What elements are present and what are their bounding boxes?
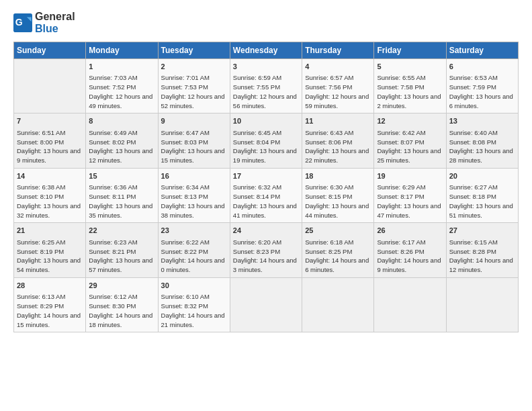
day-number: 19 xyxy=(377,171,443,181)
sunrise-text: Sunrise: 6:40 AM xyxy=(449,128,515,138)
calendar-cell: 18 Sunrise: 6:30 AM Sunset: 8:15 PM Dayl… xyxy=(302,168,374,222)
day-number: 1 xyxy=(89,62,154,72)
sunset-text: Sunset: 8:32 PM xyxy=(161,302,227,311)
sunrise-text: Sunrise: 6:20 AM xyxy=(233,238,299,247)
sunset-text: Sunset: 8:19 PM xyxy=(17,247,83,257)
calendar-cell: 1 Sunrise: 7:03 AM Sunset: 7:52 PM Dayli… xyxy=(86,59,158,113)
day-number: 8 xyxy=(89,116,154,126)
calendar-cell: 5 Sunrise: 6:55 AM Sunset: 7:58 PM Dayli… xyxy=(374,59,446,113)
sunset-text: Sunset: 8:25 PM xyxy=(305,247,371,257)
calendar-cell: 20 Sunrise: 6:27 AM Sunset: 8:18 PM Dayl… xyxy=(446,168,518,222)
calendar-cell: 30 Sunrise: 6:10 AM Sunset: 8:32 PM Dayl… xyxy=(158,277,230,332)
sunset-text: Sunset: 8:07 PM xyxy=(377,138,443,147)
calendar-cell: 21 Sunrise: 6:25 AM Sunset: 8:19 PM Dayl… xyxy=(14,223,86,277)
cell-info: Sunrise: 6:53 AM Sunset: 7:59 PM Dayligh… xyxy=(449,73,515,110)
cell-info: Sunrise: 6:12 AM Sunset: 8:30 PM Dayligh… xyxy=(89,292,154,329)
day-number: 23 xyxy=(161,226,227,236)
day-number: 24 xyxy=(233,226,299,236)
calendar-table: SundayMondayTuesdayWednesdayThursdayFrid… xyxy=(13,42,519,332)
logo: G General Blue xyxy=(13,11,75,35)
sunrise-text: Sunrise: 6:59 AM xyxy=(233,73,299,83)
sunrise-text: Sunrise: 6:29 AM xyxy=(377,183,443,192)
sunset-text: Sunset: 8:30 PM xyxy=(89,302,154,311)
calendar-cell: 17 Sunrise: 6:32 AM Sunset: 8:14 PM Dayl… xyxy=(230,168,302,222)
sunset-text: Sunset: 8:14 PM xyxy=(233,192,299,201)
sunrise-text: Sunrise: 6:45 AM xyxy=(233,128,299,138)
daylight-text: Daylight: 13 hours and 19 minutes. xyxy=(233,146,299,165)
sunrise-text: Sunrise: 6:53 AM xyxy=(449,73,515,83)
weekday-header: Tuesday xyxy=(158,42,230,59)
calendar-cell xyxy=(374,277,446,332)
daylight-text: Daylight: 12 hours and 49 minutes. xyxy=(89,92,154,111)
daylight-text: Daylight: 13 hours and 54 minutes. xyxy=(17,256,83,275)
daylight-text: Daylight: 14 hours and 0 minutes. xyxy=(161,256,227,275)
daylight-text: Daylight: 13 hours and 44 minutes. xyxy=(305,201,371,220)
weekday-header: Wednesday xyxy=(230,42,302,59)
sunset-text: Sunset: 8:28 PM xyxy=(449,247,515,257)
sunset-text: Sunset: 7:56 PM xyxy=(305,83,371,92)
calendar-cell: 4 Sunrise: 6:57 AM Sunset: 7:56 PM Dayli… xyxy=(302,59,374,113)
sunrise-text: Sunrise: 6:10 AM xyxy=(161,292,227,302)
calendar-page: G General Blue SundayMondayTuesdayWednes… xyxy=(0,0,532,411)
day-number: 2 xyxy=(161,62,227,72)
sunset-text: Sunset: 8:11 PM xyxy=(89,192,154,201)
calendar-cell: 24 Sunrise: 6:20 AM Sunset: 8:23 PM Dayl… xyxy=(230,223,302,277)
calendar-cell: 7 Sunrise: 6:51 AM Sunset: 8:00 PM Dayli… xyxy=(14,113,86,168)
day-number: 6 xyxy=(449,62,515,72)
daylight-text: Daylight: 13 hours and 47 minutes. xyxy=(377,201,443,220)
calendar-cell: 9 Sunrise: 6:47 AM Sunset: 8:03 PM Dayli… xyxy=(158,113,230,168)
day-number: 15 xyxy=(89,171,154,181)
cell-info: Sunrise: 6:25 AM Sunset: 8:19 PM Dayligh… xyxy=(17,238,83,275)
day-number: 28 xyxy=(17,281,83,291)
cell-info: Sunrise: 6:51 AM Sunset: 8:00 PM Dayligh… xyxy=(17,128,83,165)
calendar-cell: 29 Sunrise: 6:12 AM Sunset: 8:30 PM Dayl… xyxy=(86,277,158,332)
calendar-week-row: 28 Sunrise: 6:13 AM Sunset: 8:29 PM Dayl… xyxy=(14,277,519,332)
day-number: 30 xyxy=(161,281,227,291)
calendar-cell: 28 Sunrise: 6:13 AM Sunset: 8:29 PM Dayl… xyxy=(14,277,86,332)
daylight-text: Daylight: 14 hours and 3 minutes. xyxy=(233,256,299,275)
calendar-week-row: 21 Sunrise: 6:25 AM Sunset: 8:19 PM Dayl… xyxy=(14,223,519,277)
cell-info: Sunrise: 6:13 AM Sunset: 8:29 PM Dayligh… xyxy=(17,292,83,329)
day-number: 20 xyxy=(449,171,515,181)
sunset-text: Sunset: 8:26 PM xyxy=(377,247,443,257)
calendar-cell: 13 Sunrise: 6:40 AM Sunset: 8:08 PM Dayl… xyxy=(446,113,518,168)
weekday-header: Thursday xyxy=(302,42,374,59)
cell-info: Sunrise: 6:18 AM Sunset: 8:25 PM Dayligh… xyxy=(305,238,371,275)
cell-info: Sunrise: 6:36 AM Sunset: 8:11 PM Dayligh… xyxy=(89,183,154,220)
sunset-text: Sunset: 7:58 PM xyxy=(377,83,443,92)
cell-info: Sunrise: 6:15 AM Sunset: 8:28 PM Dayligh… xyxy=(449,238,515,275)
sunset-text: Sunset: 8:02 PM xyxy=(89,138,154,147)
day-number: 11 xyxy=(305,116,371,126)
sunrise-text: Sunrise: 6:12 AM xyxy=(89,292,154,302)
sunset-text: Sunset: 7:59 PM xyxy=(449,83,515,92)
sunrise-text: Sunrise: 6:13 AM xyxy=(17,292,83,302)
day-number: 22 xyxy=(89,226,154,236)
header-row: SundayMondayTuesdayWednesdayThursdayFrid… xyxy=(14,42,519,59)
cell-info: Sunrise: 6:45 AM Sunset: 8:04 PM Dayligh… xyxy=(233,128,299,165)
cell-info: Sunrise: 6:22 AM Sunset: 8:22 PM Dayligh… xyxy=(161,238,227,275)
sunrise-text: Sunrise: 6:30 AM xyxy=(305,183,371,192)
daylight-text: Daylight: 12 hours and 52 minutes. xyxy=(161,92,227,111)
calendar-cell: 23 Sunrise: 6:22 AM Sunset: 8:22 PM Dayl… xyxy=(158,223,230,277)
sunrise-text: Sunrise: 6:15 AM xyxy=(449,238,515,247)
cell-info: Sunrise: 6:29 AM Sunset: 8:17 PM Dayligh… xyxy=(377,183,443,220)
calendar-cell: 16 Sunrise: 6:34 AM Sunset: 8:13 PM Dayl… xyxy=(158,168,230,222)
cell-info: Sunrise: 6:49 AM Sunset: 8:02 PM Dayligh… xyxy=(89,128,154,165)
day-number: 21 xyxy=(17,226,83,236)
daylight-text: Daylight: 13 hours and 15 minutes. xyxy=(161,146,227,165)
cell-info: Sunrise: 6:34 AM Sunset: 8:13 PM Dayligh… xyxy=(161,183,227,220)
daylight-text: Daylight: 13 hours and 35 minutes. xyxy=(89,201,154,220)
calendar-week-row: 1 Sunrise: 7:03 AM Sunset: 7:52 PM Dayli… xyxy=(14,59,519,113)
weekday-header: Monday xyxy=(86,42,158,59)
day-number: 9 xyxy=(161,116,227,126)
daylight-text: Daylight: 14 hours and 9 minutes. xyxy=(377,256,443,275)
calendar-cell: 12 Sunrise: 6:42 AM Sunset: 8:07 PM Dayl… xyxy=(374,113,446,168)
calendar-cell xyxy=(230,277,302,332)
logo-icon: G xyxy=(13,13,32,32)
day-number: 26 xyxy=(377,226,443,236)
calendar-week-row: 7 Sunrise: 6:51 AM Sunset: 8:00 PM Dayli… xyxy=(14,113,519,168)
sunrise-text: Sunrise: 6:51 AM xyxy=(17,128,83,138)
daylight-text: Daylight: 13 hours and 51 minutes. xyxy=(449,201,515,220)
cell-info: Sunrise: 6:40 AM Sunset: 8:08 PM Dayligh… xyxy=(449,128,515,165)
sunrise-text: Sunrise: 6:42 AM xyxy=(377,128,443,138)
